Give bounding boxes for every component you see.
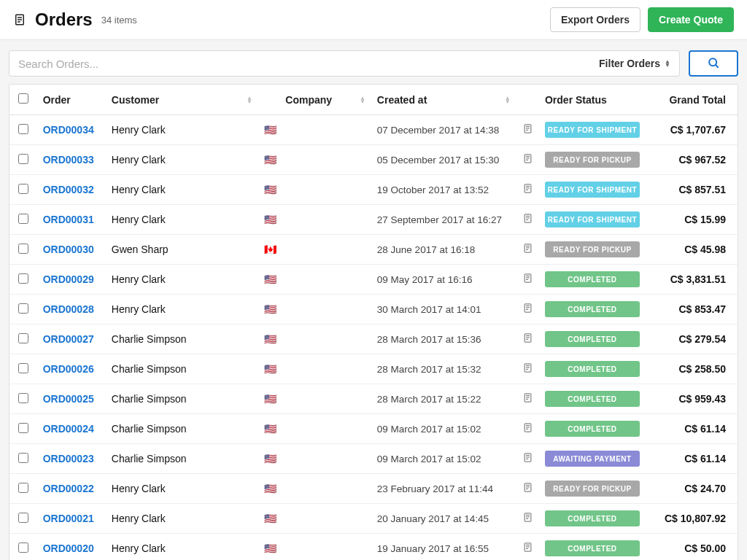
row-checkbox[interactable] [18,393,28,403]
created-at: 05 December 2017 at 15:30 [377,155,499,166]
order-detail-icon[interactable] [522,243,533,254]
order-detail-icon[interactable] [522,183,533,194]
created-at: 30 March 2017 at 14:01 [377,304,481,315]
row-checkbox[interactable] [18,214,28,224]
filter-orders-trigger[interactable]: Filter Orders ▲▼ [590,58,679,69]
table-row: ORD00024Charlie Simpson🇺🇸09 March 2017 a… [9,414,738,444]
svg-rect-22 [525,244,531,252]
col-status[interactable]: Order Status [539,85,654,115]
search-button[interactable] [689,50,738,77]
col-customer[interactable]: Customer ▲▼ [106,85,258,115]
order-link[interactable]: ORD00028 [43,303,94,315]
status-badge: READY FOR PICKUP [545,241,640,257]
order-link[interactable]: ORD00026 [43,363,94,375]
company-cell [279,295,371,324]
col-flag [258,85,279,115]
col-customer-label: Customer [112,94,159,106]
grand-total: C$ 61.14 [684,423,726,435]
country-flag-icon: 🇺🇸 [264,154,276,166]
header-actions: Export Orders Create Quote [550,7,734,32]
status-badge: COMPLETED [545,510,640,526]
create-quote-button[interactable]: Create Quote [648,7,734,32]
orders-table: Order Customer ▲▼ Company ▲▼ Created at … [9,85,738,560]
sort-icon: ▲▼ [360,96,365,104]
row-checkbox[interactable] [18,244,28,254]
order-link[interactable]: ORD00030 [43,244,94,255]
col-company[interactable]: Company ▲▼ [279,85,371,115]
table-row: ORD00028Henry Clark🇺🇸30 March 2017 at 14… [9,295,738,324]
row-checkbox[interactable] [18,184,28,194]
customer-name: Gwen Sharp [112,244,169,255]
status-badge: READY FOR PICKUP [545,152,640,168]
order-link[interactable]: ORD00021 [43,513,94,524]
order-detail-icon[interactable] [522,303,533,314]
order-link[interactable]: ORD00022 [43,483,94,494]
order-link[interactable]: ORD00023 [43,453,94,464]
order-detail-icon[interactable] [522,512,533,523]
order-link[interactable]: ORD00025 [43,393,94,405]
select-all-checkbox[interactable] [18,93,28,104]
company-cell [279,444,371,474]
col-created[interactable]: Created at ▲▼ [371,85,516,115]
country-flag-icon: 🇺🇸 [264,393,276,405]
row-checkbox[interactable] [18,453,28,463]
row-checkbox[interactable] [18,273,28,284]
row-checkbox[interactable] [18,303,28,314]
order-detail-icon[interactable] [522,213,533,224]
order-link[interactable]: ORD00020 [43,542,94,554]
order-detail-icon[interactable] [522,422,533,433]
order-detail-icon[interactable] [522,362,533,373]
order-link[interactable]: ORD00033 [43,154,94,166]
order-detail-icon[interactable] [522,273,533,284]
created-at: 28 March 2017 at 15:22 [377,394,481,405]
table-row: ORD00020Henry Clark🇺🇸19 January 2017 at … [9,534,738,561]
order-detail-icon[interactable] [522,482,533,493]
order-link[interactable]: ORD00034 [43,124,94,136]
table-row: ORD00027Charlie Simpson🇺🇸28 March 2017 a… [9,324,738,354]
table-row: ORD00021Henry Clark🇺🇸20 January 2017 at … [9,504,738,534]
search-icon [706,55,721,72]
svg-rect-18 [525,214,531,222]
order-detail-icon[interactable] [522,392,533,403]
customer-name: Charlie Simpson [112,453,187,464]
order-link[interactable]: ORD00031 [43,214,94,225]
country-flag-icon: 🇺🇸 [264,483,276,494]
order-detail-icon[interactable] [522,542,533,553]
created-at: 19 January 2017 at 16:55 [377,543,489,554]
grand-total: C$ 45.98 [684,244,726,255]
customer-name: Henry Clark [112,483,166,494]
order-link[interactable]: ORD00032 [43,184,94,195]
sort-icon: ▲▼ [247,96,252,104]
row-checkbox[interactable] [18,363,28,373]
row-checkbox[interactable] [18,483,28,493]
row-checkbox[interactable] [18,124,28,134]
created-at: 27 September 2017 at 16:27 [377,214,502,225]
order-detail-icon[interactable] [522,153,533,164]
table-row: ORD00026Charlie Simpson🇺🇸28 March 2017 a… [9,354,738,384]
order-link[interactable]: ORD00027 [43,333,94,345]
customer-name: Charlie Simpson [112,363,187,375]
svg-rect-58 [525,513,531,521]
created-at: 28 March 2017 at 15:32 [377,364,481,375]
search-input[interactable] [9,58,590,70]
row-checkbox[interactable] [18,154,28,164]
row-checkbox[interactable] [18,333,28,343]
order-detail-icon[interactable] [522,452,533,463]
col-order[interactable]: Order [37,85,106,115]
status-badge: COMPLETED [545,331,640,347]
document-icon [13,13,26,26]
col-total[interactable]: Grand Total [654,85,738,115]
row-checkbox[interactable] [18,423,28,433]
status-badge: READY FOR SHIPMENT [545,122,640,138]
row-checkbox[interactable] [18,513,28,523]
order-link[interactable]: ORD00029 [43,273,94,285]
order-link[interactable]: ORD00024 [43,423,94,435]
table-row: ORD00031Henry Clark🇺🇸27 September 2017 a… [9,205,738,235]
export-orders-button[interactable]: Export Orders [550,7,640,32]
country-flag-icon: 🇺🇸 [264,333,276,345]
row-checkbox[interactable] [18,542,28,553]
page-header: Orders 34 items Export Orders Create Quo… [0,0,747,40]
order-detail-icon[interactable] [522,123,533,134]
customer-name: Charlie Simpson [112,423,187,435]
order-detail-icon[interactable] [522,332,533,343]
